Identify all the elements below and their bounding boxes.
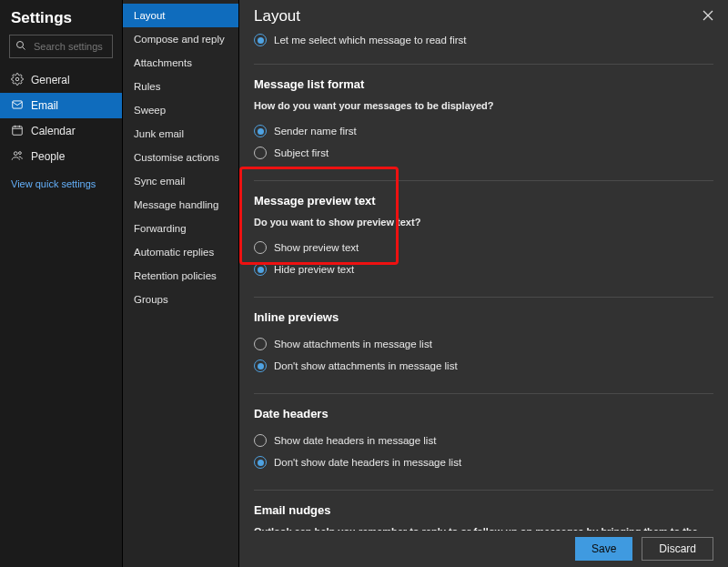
submenu-customise-actions[interactable]: Customise actions <box>123 146 238 169</box>
submenu-attachments[interactable]: Attachments <box>123 51 238 75</box>
sidebar-item-calendar[interactable]: Calendar <box>0 118 122 144</box>
section-title: Email nudges <box>254 503 713 517</box>
search-icon <box>15 38 26 55</box>
discard-button[interactable]: Discard <box>642 537 713 561</box>
content-pane: Layout Let me select which message to re… <box>239 0 728 567</box>
pane-title: Layout <box>254 7 300 25</box>
radio-label: Show date headers in message list <box>274 435 436 446</box>
close-icon[interactable] <box>703 10 713 24</box>
radio-subject-first[interactable]: Subject first <box>254 142 713 164</box>
radio-hide-preview-text[interactable]: Hide preview text <box>254 258 713 280</box>
section-date-headers: Date headers Show date headers in messag… <box>254 394 713 491</box>
people-icon <box>11 149 24 165</box>
radio-sender-name-first[interactable]: Sender name first <box>254 120 713 142</box>
svg-point-9 <box>19 151 22 154</box>
pane-body: Let me select which message to read firs… <box>239 29 728 567</box>
section-message-list-format: Message list format How do you want your… <box>254 65 713 181</box>
mail-icon <box>11 98 24 114</box>
sidebar-item-label: General <box>31 74 70 86</box>
submenu-message-handling[interactable]: Message handling <box>123 193 238 217</box>
primary-sidebar: Settings General Email Calendar People <box>0 0 123 567</box>
radio-icon <box>254 434 267 447</box>
section-title: Date headers <box>254 407 713 420</box>
sidebar-item-email[interactable]: Email <box>0 93 122 118</box>
radio-show-preview-text[interactable]: Show preview text <box>254 237 713 258</box>
submenu-forwarding[interactable]: Forwarding <box>123 217 238 240</box>
svg-rect-3 <box>13 100 23 107</box>
section-subtitle: How do you want your messages to be disp… <box>254 100 713 111</box>
radio-label: Show preview text <box>274 242 359 253</box>
submenu-compose-and-reply[interactable]: Compose and reply <box>123 27 238 51</box>
submenu-groups[interactable]: Groups <box>123 288 238 311</box>
submenu-layout[interactable]: Layout <box>123 4 238 27</box>
svg-line-1 <box>23 47 25 50</box>
section-title: Message list format <box>254 77 713 91</box>
radio-icon <box>254 125 267 137</box>
email-submenu: Layout Compose and reply Attachments Rul… <box>123 0 239 567</box>
svg-point-0 <box>17 42 24 48</box>
radio-label: Show attachments in message list <box>274 339 432 349</box>
submenu-retention-policies[interactable]: Retention policies <box>123 264 238 288</box>
radio-label: Sender name first <box>274 126 357 137</box>
sidebar-item-label: People <box>31 150 65 163</box>
lead-option-row: Let me select which message to read firs… <box>254 29 713 65</box>
section-message-preview-text: Message preview text Do you want to show… <box>254 181 713 298</box>
submenu-sweep[interactable]: Sweep <box>123 98 238 122</box>
radio-let-me-select[interactable]: Let me select which message to read firs… <box>254 29 713 51</box>
radio-icon <box>254 263 267 276</box>
gear-icon <box>11 73 24 88</box>
submenu-sync-email[interactable]: Sync email <box>123 169 238 193</box>
sidebar-item-people[interactable]: People <box>0 144 122 169</box>
radio-icon <box>254 359 267 372</box>
radio-icon <box>254 147 267 159</box>
radio-label: Subject first <box>274 147 329 158</box>
section-title: Inline previews <box>254 310 713 324</box>
primary-nav: General Email Calendar People <box>0 67 122 169</box>
search-box[interactable] <box>9 35 113 58</box>
footer-bar: Save Discard <box>239 531 728 567</box>
radio-icon <box>254 34 267 46</box>
svg-point-2 <box>15 77 19 81</box>
section-title: Message preview text <box>254 194 713 208</box>
radio-show-attachments[interactable]: Show attachments in message list <box>254 333 713 355</box>
section-subtitle: Do you want to show preview text? <box>254 217 713 228</box>
submenu-automatic-replies[interactable]: Automatic replies <box>123 240 238 264</box>
sidebar-item-general[interactable]: General <box>0 67 122 93</box>
svg-point-8 <box>14 151 17 155</box>
save-button[interactable]: Save <box>575 537 632 561</box>
radio-label: Don't show attachments in message list <box>274 360 458 371</box>
radio-label: Let me select which message to read firs… <box>274 35 467 46</box>
radio-label: Don't show date headers in message list <box>274 457 461 468</box>
settings-title: Settings <box>11 9 122 27</box>
calendar-icon <box>11 124 24 139</box>
radio-icon <box>254 338 267 350</box>
section-inline-previews: Inline previews Show attachments in mess… <box>254 298 713 394</box>
radio-label: Hide preview text <box>274 264 354 275</box>
view-quick-settings-link[interactable]: View quick settings <box>0 169 122 198</box>
submenu-junk-email[interactable]: Junk email <box>123 122 238 146</box>
sidebar-item-label: Email <box>31 99 58 112</box>
radio-dont-show-attachments[interactable]: Don't show attachments in message list <box>254 355 713 377</box>
sidebar-item-label: Calendar <box>31 125 76 137</box>
radio-icon <box>254 241 267 254</box>
search-input[interactable] <box>32 40 106 53</box>
radio-icon <box>254 456 267 469</box>
radio-dont-show-date-headers[interactable]: Don't show date headers in message list <box>254 451 713 473</box>
settings-window: Settings General Email Calendar People <box>0 0 728 567</box>
submenu-rules[interactable]: Rules <box>123 75 238 98</box>
radio-show-date-headers[interactable]: Show date headers in message list <box>254 430 713 451</box>
pane-header: Layout <box>239 0 728 29</box>
svg-rect-4 <box>13 126 23 134</box>
